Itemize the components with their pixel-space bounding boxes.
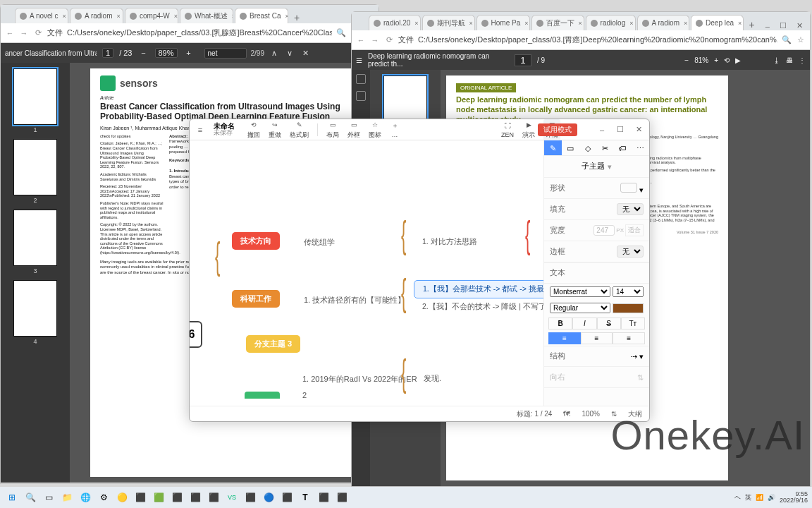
zoom-icon[interactable]: 🔍 — [336, 28, 346, 38]
tray-chevron-icon[interactable]: ヘ — [734, 493, 741, 502]
close-icon[interactable]: × — [174, 13, 178, 20]
thumbs-icon[interactable] — [356, 74, 366, 84]
tool-2[interactable]: ▭ — [562, 140, 579, 155]
find-prev-icon[interactable]: ∧ — [269, 47, 280, 59]
tool-3[interactable]: ◇ — [579, 140, 597, 155]
zoom-in-icon[interactable]: + — [183, 47, 195, 59]
undo-button[interactable]: ⟲撤回 — [247, 120, 260, 140]
shape-select[interactable] — [620, 183, 637, 193]
sidebar-toggle-icon[interactable]: ☰ — [356, 56, 362, 64]
zoom-icon[interactable]: 🔍 — [782, 35, 792, 45]
explorer-icon[interactable]: 📁 — [59, 490, 75, 505]
tool-6[interactable]: ⋯ — [632, 140, 649, 155]
url-input[interactable] — [67, 29, 332, 37]
outline-icon[interactable] — [356, 91, 366, 101]
start-button[interactable]: ⊞ — [4, 490, 20, 505]
reload-icon[interactable]: ⟳ — [33, 28, 43, 38]
maximize-icon[interactable]: ☐ — [615, 125, 625, 135]
zoom-out-icon[interactable]: − — [684, 56, 689, 64]
find-next-icon[interactable]: ∨ — [284, 47, 295, 59]
thumb-2[interactable] — [13, 139, 57, 195]
strike-button[interactable]: S — [597, 318, 621, 329]
forward-icon[interactable]: → — [19, 28, 29, 38]
green-child-1-note[interactable]: 发现. — [415, 370, 450, 387]
width-fit[interactable]: 适合 — [625, 224, 644, 236]
url-input[interactable] — [418, 36, 777, 44]
close-icon[interactable]: ✕ — [634, 125, 644, 135]
maximize-icon[interactable]: ☐ — [775, 21, 791, 30]
chrome-icon[interactable]: 🟡 — [114, 490, 130, 505]
align-right-button[interactable]: ≡ — [613, 332, 645, 344]
new-tab-button[interactable]: + — [290, 12, 304, 23]
align-left-button[interactable]: ≡ — [548, 332, 581, 344]
page-number[interactable] — [515, 54, 531, 66]
green-child-2[interactable]: 2 — [294, 387, 315, 403]
border-select[interactable]: 无 — [617, 246, 644, 258]
rtab-3[interactable]: 百度一下× — [531, 15, 584, 30]
minimize-icon[interactable]: – — [597, 125, 607, 135]
rtab-6[interactable]: Deep lea× — [691, 15, 744, 30]
app-icon[interactable]: ⬛ — [242, 490, 258, 505]
tool-5[interactable]: 🏷 — [614, 140, 632, 155]
app-icon[interactable]: ⬛ — [187, 490, 203, 505]
download-icon[interactable]: ⭳ — [773, 56, 780, 64]
root-node[interactable]: 6 — [190, 321, 202, 348]
width-input[interactable] — [593, 225, 615, 236]
format-button[interactable]: ✎格式刷 — [290, 120, 309, 140]
find-close-icon[interactable]: ✕ — [300, 47, 311, 59]
rtab-4[interactable]: radiolog× — [586, 15, 636, 30]
pen-tool[interactable]: ✎ — [544, 140, 562, 155]
app-icon[interactable]: ⬛ — [169, 490, 185, 505]
close-icon[interactable]: ✕ — [792, 21, 807, 30]
present-icon[interactable]: ▶ — [735, 56, 741, 64]
zoom-stepper-icon[interactable]: ⇅ — [611, 410, 617, 418]
bold-button[interactable]: B — [548, 318, 572, 329]
thumb-3[interactable] — [13, 210, 57, 266]
star-icon[interactable]: ☆ — [796, 35, 806, 45]
zoom-value[interactable]: 89% — [155, 48, 178, 58]
find-input[interactable] — [204, 48, 247, 59]
font-color-swatch[interactable] — [613, 303, 644, 313]
task-view-icon[interactable]: ▭ — [41, 490, 56, 505]
page-number[interactable]: 1 — [102, 48, 113, 58]
vscode-icon[interactable]: VS — [224, 490, 240, 505]
chevron-down-icon[interactable]: ▾ — [639, 352, 644, 361]
close-icon[interactable]: × — [63, 13, 66, 20]
app-icon[interactable]: 🟩 — [151, 490, 166, 505]
research-child-1-selected[interactable]: 1.【我】会那些技术 -> 都试 -> 挑最优 — [414, 280, 543, 298]
branch-3-node[interactable]: 分支主题 3 — [246, 335, 300, 353]
italic-button[interactable]: I — [572, 318, 596, 329]
tech-child-1[interactable]: 1. 对比方法思路 — [414, 234, 486, 250]
volume-icon[interactable]: 🔊 — [768, 494, 775, 501]
research-node[interactable]: 科研工作 — [232, 290, 280, 308]
frame-button[interactable]: ▭外框 — [347, 120, 360, 140]
font-family-select[interactable]: Montserrat — [550, 286, 610, 297]
app-icon[interactable]: ⬛ — [279, 490, 295, 505]
tab-1[interactable]: A radiom× — [70, 8, 123, 23]
tab-3[interactable]: What-概述× — [180, 8, 233, 23]
app-icon[interactable]: T — [297, 490, 313, 505]
rotate-icon[interactable]: ⟲ — [724, 56, 730, 64]
zoom-in-icon[interactable]: + — [714, 56, 718, 64]
forward-icon[interactable]: → — [370, 35, 380, 45]
app-icon[interactable]: 🔵 — [261, 490, 276, 505]
thumb-4[interactable] — [13, 280, 57, 337]
research-sub[interactable]: 1. 技术路径所有的【可能性】 — [295, 291, 414, 309]
chevron-down-icon[interactable]: ▾ — [639, 186, 644, 194]
app-icon[interactable]: ⬛ — [133, 490, 148, 505]
settings-icon[interactable]: ⚙ — [96, 490, 111, 505]
close-icon[interactable]: × — [232, 13, 233, 20]
rtab-5[interactable]: A radiom× — [637, 15, 690, 30]
case-button[interactable]: Tт — [621, 318, 645, 329]
rtab-1[interactable]: 期刊导航× — [422, 15, 475, 30]
align-center-button[interactable]: ≡ — [581, 332, 613, 344]
minimize-icon[interactable]: – — [761, 22, 774, 30]
edge-icon[interactable]: 🌐 — [78, 490, 93, 505]
tech-sub[interactable]: 传统组学 — [295, 234, 343, 251]
close-icon[interactable]: × — [116, 13, 120, 20]
rtab-2[interactable]: Home Pa× — [476, 15, 530, 30]
search-icon[interactable]: 🔍 — [23, 490, 38, 505]
status-zoom[interactable]: 100% — [582, 410, 600, 418]
more-button[interactable]: ＋… — [390, 121, 400, 138]
reload-icon[interactable]: ⟳ — [384, 35, 394, 45]
